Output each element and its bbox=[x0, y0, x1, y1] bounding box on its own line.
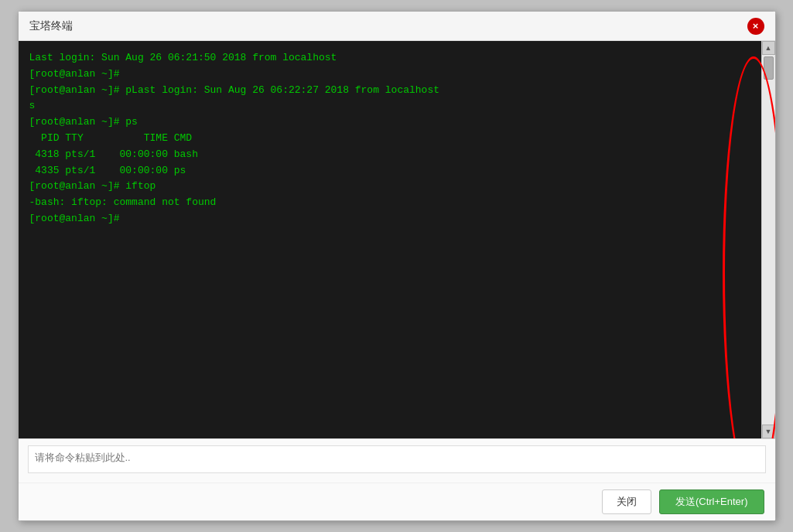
command-input[interactable] bbox=[28, 445, 766, 473]
command-input-row bbox=[19, 439, 775, 483]
terminal-output[interactable]: Last login: Sun Aug 26 06:21:50 2018 fro… bbox=[19, 41, 761, 438]
bottom-area: 关闭 发送(Ctrl+Enter) bbox=[19, 438, 775, 520]
button-row: 关闭 发送(Ctrl+Enter) bbox=[19, 483, 775, 520]
scroll-up-button[interactable]: ▲ bbox=[762, 41, 775, 55]
title-bar: 宝塔终端 × bbox=[19, 12, 775, 41]
terminal-area: Last login: Sun Aug 26 06:21:50 2018 fro… bbox=[19, 41, 775, 438]
terminal-dialog: 宝塔终端 × Last login: Sun Aug 26 06:21:50 2… bbox=[18, 11, 776, 521]
scrollbar-track: ▲ ▼ bbox=[761, 41, 775, 438]
dialog-close-button[interactable]: × bbox=[747, 18, 764, 35]
send-button[interactable]: 发送(Ctrl+Enter) bbox=[659, 489, 764, 514]
scroll-down-button[interactable]: ▼ bbox=[762, 425, 775, 438]
scrollbar-thumb[interactable] bbox=[764, 56, 774, 80]
scrollbar-thumb-area bbox=[762, 55, 775, 425]
close-button[interactable]: 关闭 bbox=[602, 489, 651, 514]
dialog-title: 宝塔终端 bbox=[29, 19, 73, 33]
